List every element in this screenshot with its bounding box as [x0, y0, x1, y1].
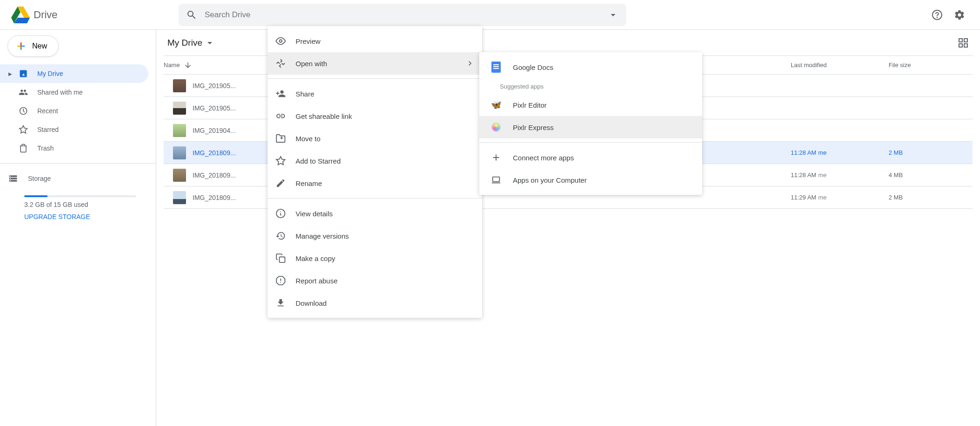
svg-rect-6: [964, 44, 967, 47]
person-plus-icon: [275, 89, 286, 99]
menu-item-open[interactable]: Open with: [268, 52, 482, 75]
sidebar-item-drive[interactable]: ▶ My Drive: [0, 64, 148, 83]
chevron-down-icon: [204, 37, 215, 48]
menu-item-link[interactable]: Get shareable link: [268, 105, 482, 127]
search-wrap: [179, 4, 928, 26]
svg-rect-5: [959, 44, 962, 47]
menu-item-eye[interactable]: Preview: [268, 30, 482, 52]
sidebar-item-shared[interactable]: Shared with me: [0, 83, 148, 102]
menu-label: Share: [296, 90, 314, 98]
menu-item-report[interactable]: Report abuse: [268, 269, 482, 292]
file-modified: 11:28 AMme: [791, 172, 889, 179]
menu-divider: [268, 78, 482, 79]
submenu-item-plus[interactable]: Connect more apps: [479, 146, 702, 169]
menu-label: Rename: [296, 179, 322, 187]
menu-item-star[interactable]: Add to Starred: [268, 150, 482, 172]
search-bar[interactable]: [179, 4, 626, 26]
menu-label: Download: [296, 299, 327, 307]
file-modified: [791, 127, 889, 134]
submenu-divider: [479, 142, 702, 143]
plus-icon: [490, 152, 502, 163]
storage-bar: [24, 195, 136, 197]
storage-text: 3.2 GB of 15 GB used: [24, 201, 145, 208]
sort-down-icon: [184, 61, 192, 69]
submenu-item-pixlr[interactable]: Pixlr Express: [479, 116, 702, 138]
file-thumbnail: [173, 79, 186, 92]
dropdown-icon[interactable]: [607, 9, 619, 21]
help-button[interactable]: [928, 6, 946, 24]
submenu-item-butterfly[interactable]: 🦋 Pixlr Editor: [479, 94, 702, 116]
file-modified: [791, 82, 889, 89]
header-actions: [928, 6, 976, 24]
grid-view-button[interactable]: [954, 34, 973, 52]
svg-rect-10: [493, 177, 500, 182]
app-name: Drive: [34, 9, 57, 21]
open-icon: [275, 58, 286, 69]
storage-label: Storage: [28, 175, 51, 182]
file-modified: 11:28 AMme: [791, 149, 889, 156]
submenu-label: Google Docs: [513, 63, 553, 71]
search-icon: [186, 9, 197, 21]
settings-button[interactable]: [950, 6, 969, 24]
laptop-icon: [490, 175, 502, 185]
file-thumbnail: [173, 146, 186, 159]
eye-icon: [275, 36, 286, 46]
new-button[interactable]: New: [7, 35, 59, 57]
menu-item-person-plus[interactable]: Share: [268, 82, 482, 105]
svg-rect-4: [964, 39, 967, 42]
menu-label: Move to: [296, 135, 320, 143]
nav-divider: [0, 163, 156, 164]
sidebar-item-recent[interactable]: Recent: [0, 102, 148, 120]
menu-item-pencil[interactable]: Rename: [268, 172, 482, 194]
svg-point-1: [937, 17, 938, 17]
nav-label: Recent: [37, 107, 58, 115]
column-size[interactable]: File size: [889, 62, 973, 69]
gdocs-icon: [490, 62, 502, 73]
file-size: 2 MB: [889, 194, 973, 201]
expand-icon: ▶: [8, 71, 14, 76]
menu-label: Manage versions: [296, 232, 349, 240]
upgrade-link[interactable]: UPGRADE STORAGE: [24, 213, 145, 220]
storage-section: 3.2 GB of 15 GB used UPGRADE STORAGE: [0, 188, 156, 224]
gear-icon: [954, 9, 965, 21]
file-thumbnail: [173, 124, 186, 137]
submenu-label: Apps on your Computer: [513, 176, 587, 184]
svg-rect-3: [959, 39, 962, 42]
drive-logo[interactable]: Drive: [4, 6, 179, 24]
shared-icon: [18, 88, 29, 97]
nav-label: My Drive: [37, 70, 63, 77]
file-thumbnail: [173, 102, 186, 115]
download-icon: [275, 298, 286, 308]
sidebar-item-starred[interactable]: Starred: [0, 120, 148, 139]
sidebar-item-storage[interactable]: Storage: [0, 169, 156, 188]
butterfly-icon: 🦋: [490, 100, 502, 110]
menu-item-download[interactable]: Download: [268, 292, 482, 314]
menu-item-history[interactable]: Manage versions: [268, 225, 482, 247]
file-size: 2 MB: [889, 149, 973, 156]
breadcrumb-label: My Drive: [167, 38, 202, 48]
file-size: 4 MB: [889, 172, 973, 179]
column-modified[interactable]: Last modified: [791, 62, 889, 69]
recent-icon: [18, 106, 29, 116]
nav-label: Shared with me: [37, 89, 83, 96]
starred-icon: [18, 125, 29, 134]
file-modified: 11:29 AMme: [791, 194, 889, 201]
search-input[interactable]: [205, 10, 607, 20]
pencil-icon: [275, 178, 286, 188]
menu-item-copy[interactable]: Make a copy: [268, 247, 482, 269]
submenu-item-laptop[interactable]: Apps on your Computer: [479, 169, 702, 191]
open-with-submenu: Google DocsSuggested apps 🦋 Pixlr Editor…: [479, 52, 702, 195]
sidebar-item-trash[interactable]: Trash: [0, 139, 148, 158]
plus-icon: [15, 41, 27, 52]
nav-label: Starred: [37, 126, 59, 133]
context-menu: Preview Open with Share Get shareable li…: [268, 26, 482, 318]
submenu-label: Pixlr Express: [513, 124, 554, 131]
drive-icon: [18, 69, 29, 78]
menu-item-info[interactable]: View details: [268, 202, 482, 225]
breadcrumb[interactable]: My Drive: [164, 35, 219, 50]
menu-item-folder-move[interactable]: Move to: [268, 127, 482, 150]
submenu-label: Pixlr Editor: [513, 101, 547, 109]
nav-label: Trash: [37, 144, 54, 152]
folder-move-icon: [275, 133, 286, 144]
submenu-item-gdocs[interactable]: Google Docs: [479, 56, 702, 78]
